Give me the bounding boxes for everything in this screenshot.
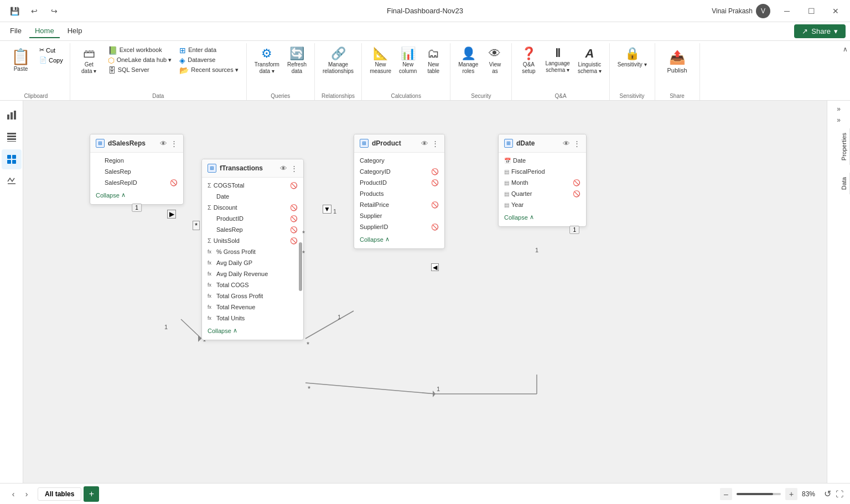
- field-region: Region: [90, 155, 183, 166]
- publish-btn[interactable]: 📤 Publish: [660, 45, 695, 78]
- qa-label: Q&Asetup: [522, 61, 535, 75]
- excel-btn[interactable]: 📗 Excel workbook: [105, 45, 175, 55]
- cut-icon: ✂: [39, 46, 44, 54]
- sidebar-dax-view[interactable]: [2, 172, 22, 191]
- qa-setup-btn[interactable]: ❓ Q&Asetup: [516, 45, 541, 77]
- ftransactions-more-icon[interactable]: ⋮: [291, 164, 298, 173]
- security-items: 👤 Manageroles 👁 Viewas: [455, 43, 507, 93]
- language-schema-btn[interactable]: Ⅱ Languageschema ▾: [542, 45, 573, 76]
- manage-roles-btn[interactable]: 👤 Manageroles: [455, 45, 481, 77]
- zoom-out-btn[interactable]: –: [720, 488, 732, 500]
- data-panel-tab[interactable]: Data: [838, 173, 850, 194]
- ddate-more-icon[interactable]: ⋮: [573, 139, 581, 148]
- ftransactions-eye-icon[interactable]: 👁: [280, 164, 287, 173]
- enter-data-btn[interactable]: ⊞ Enter data: [176, 45, 241, 55]
- diagram-canvas[interactable]: 1 * 1 * 1 * ⊞ dSalesReps: [23, 101, 827, 483]
- linguistic-schema-btn[interactable]: A Linguisticschema ▾: [574, 45, 605, 77]
- dsalesreps-more-icon[interactable]: ⋮: [170, 139, 178, 148]
- get-data-btn[interactable]: 🗃 Getdata ▾: [75, 45, 103, 77]
- svg-rect-5: [7, 138, 16, 140]
- undo-btn[interactable]: ↩: [27, 3, 42, 19]
- save-btn[interactable]: 💾: [7, 3, 22, 19]
- menu-help[interactable]: Help: [62, 24, 88, 38]
- svg-text:*: *: [308, 385, 310, 393]
- dsalesreps-eye-icon[interactable]: 👁: [160, 139, 167, 148]
- nav-next-btn[interactable]: ›: [20, 487, 33, 501]
- left-sidebar: [0, 101, 23, 483]
- get-data-label: Getdata ▾: [81, 61, 96, 75]
- new-column-btn[interactable]: 📊 Newcolumn: [396, 45, 420, 77]
- nav-prev-btn[interactable]: ‹: [7, 487, 20, 501]
- ftransactions-collapse[interactable]: Collapse ∧: [202, 324, 303, 337]
- cut-btn[interactable]: ✂ Cut: [37, 45, 65, 55]
- table-card-ddate: ⊞ dDate 👁 ⋮ 📅 Date ▤: [498, 134, 587, 227]
- share-button[interactable]: ↗ Share ▾: [794, 24, 846, 38]
- categoryid-hidden-icon: 🚫: [431, 168, 439, 175]
- view-as-btn[interactable]: 👁 Viewas: [483, 45, 507, 77]
- sidebar-model-view[interactable]: [2, 149, 22, 169]
- onelake-label: OneLake data hub ▾: [117, 56, 172, 64]
- zoom-slider[interactable]: [737, 493, 781, 495]
- dproduct-more-icon[interactable]: ⋮: [432, 139, 439, 148]
- maximize-btn[interactable]: ☐: [804, 3, 819, 19]
- zoom-reset-btn[interactable]: ↺: [824, 489, 831, 499]
- right-panel-arrows: » »: [837, 101, 841, 124]
- title-right-controls: Vinai Prakash V ─ ☐ ✕: [712, 3, 843, 19]
- ftransactions-body: Σ COGSTotal 🚫 Date Σ Discount: [202, 178, 303, 340]
- dataverse-btn[interactable]: ◈ Dataverse: [176, 55, 241, 65]
- zoom-fit-btn[interactable]: ⛶: [836, 490, 843, 498]
- field-avgdailygp-left: fx Avg Daily GP: [208, 259, 252, 266]
- recent-icon: 📂: [179, 66, 189, 74]
- user-avatar: V: [756, 4, 770, 18]
- close-btn[interactable]: ✕: [828, 3, 843, 19]
- add-tab-btn[interactable]: +: [84, 486, 99, 502]
- refresh-data-btn[interactable]: 🔄 Refreshdata: [284, 45, 310, 77]
- svg-text:1: 1: [164, 324, 168, 330]
- quarter-hidden-icon: 🚫: [573, 190, 581, 198]
- field-cogstotal-name: COGSTotal: [214, 182, 245, 189]
- field-salesrep: SalesRep: [90, 166, 183, 177]
- copy-btn[interactable]: 📄 Copy: [37, 55, 65, 65]
- menu-home[interactable]: Home: [29, 24, 60, 38]
- properties-tab[interactable]: Properties: [838, 128, 850, 165]
- security-label: Security: [455, 93, 507, 100]
- ribbon-collapse-icon[interactable]: ∧: [843, 45, 848, 53]
- right-expand-icon[interactable]: »: [837, 116, 841, 124]
- user-info[interactable]: Vinai Prakash V: [712, 4, 770, 18]
- field-date-dd-name: Date: [513, 157, 526, 164]
- field-products: Products: [354, 188, 444, 199]
- new-table-btn[interactable]: 🗂 Newtable: [421, 45, 445, 77]
- dproduct-collapse[interactable]: Collapse ∧: [354, 232, 444, 246]
- manage-relationships-btn[interactable]: 🔗 Managerelationships: [319, 45, 357, 77]
- view-as-label: Viewas: [489, 61, 501, 75]
- onelake-btn[interactable]: ⬡ OneLake data hub ▾: [105, 55, 175, 65]
- ribbon-group-queries: ⚙ Transformdata ▾ 🔄 Refreshdata Queries: [247, 43, 315, 100]
- sensitivity-btn[interactable]: 🔒 Sensitivity ▾: [614, 45, 650, 70]
- field-categoryid: CategoryID 🚫: [354, 166, 444, 177]
- paste-btn[interactable]: 📋 Paste: [7, 45, 35, 74]
- dproduct-eye-icon[interactable]: 👁: [421, 139, 428, 148]
- sidebar-report-view[interactable]: [2, 105, 22, 125]
- ddate-eye-icon[interactable]: 👁: [563, 139, 570, 148]
- refresh-label: Refreshdata: [287, 61, 307, 75]
- new-measure-btn[interactable]: 📐 Newmeasure: [366, 45, 395, 77]
- rel-arrow-dproduct[interactable]: ▼: [323, 205, 331, 214]
- table-card-ftransactions: ⊞ fTransactions 👁 ⋮ Σ COGSTotal 🚫: [201, 159, 304, 340]
- zoom-in-btn[interactable]: +: [785, 488, 797, 500]
- sql-btn[interactable]: 🗄 SQL Server: [105, 65, 175, 75]
- rel-arrow-ddate-ft[interactable]: ◀: [431, 263, 439, 271]
- dsalesreps-collapse[interactable]: Collapse ∧: [90, 188, 183, 202]
- new-column-label: Newcolumn: [399, 61, 417, 75]
- menu-file[interactable]: File: [4, 24, 27, 38]
- minimize-btn[interactable]: ─: [779, 3, 795, 19]
- all-tables-tab[interactable]: All tables: [38, 487, 81, 501]
- redo-btn[interactable]: ↪: [46, 3, 62, 19]
- right-collapse-icon[interactable]: »: [837, 105, 841, 113]
- transform-data-btn[interactable]: ⚙ Transformdata ▾: [251, 45, 283, 77]
- sidebar-table-view[interactable]: [2, 127, 22, 147]
- ddate-collapse[interactable]: Collapse ∧: [499, 210, 586, 224]
- queries-label: Queries: [251, 93, 310, 100]
- recent-sources-btn[interactable]: 📂 Recent sources ▾: [176, 65, 241, 75]
- ribbon-collapse-btn[interactable]: ∧: [843, 43, 848, 100]
- rel-arrow-salesreps-ft[interactable]: ▶: [167, 210, 176, 219]
